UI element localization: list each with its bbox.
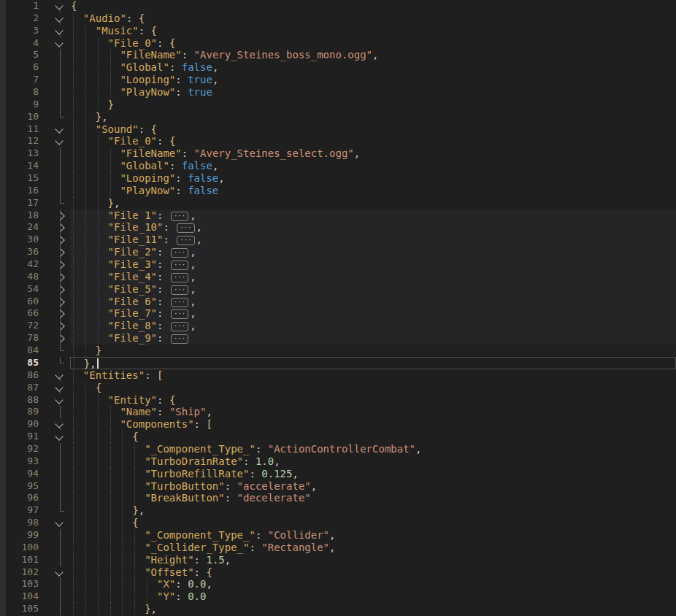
code-line[interactable]: 42"File_3": ···, bbox=[0, 258, 676, 271]
line-number[interactable]: 1 bbox=[0, 0, 39, 12]
line-number[interactable]: 78 bbox=[0, 332, 39, 344]
line-number[interactable]: 30 bbox=[0, 234, 39, 246]
folded-region-badge[interactable]: ··· bbox=[171, 334, 188, 344]
line-content[interactable]: "_Component_Type_": "Collider", bbox=[70, 529, 676, 542]
line-content[interactable]: "File_3": ···, bbox=[70, 258, 676, 271]
line-number[interactable]: 17 bbox=[0, 197, 39, 209]
code-line[interactable]: 105}, bbox=[0, 603, 676, 615]
line-number[interactable]: 16 bbox=[0, 185, 39, 197]
line-number[interactable]: 96 bbox=[0, 492, 39, 504]
line-number[interactable]: 89 bbox=[0, 406, 39, 418]
line-content[interactable]: "Looping": false, bbox=[70, 172, 676, 185]
line-number[interactable]: 4 bbox=[0, 37, 39, 50]
folded-region-badge[interactable]: ··· bbox=[171, 298, 188, 307]
line-content[interactable]: "File_7": ···, bbox=[70, 307, 676, 320]
line-number[interactable]: 10 bbox=[0, 111, 39, 123]
line-number[interactable]: 90 bbox=[0, 418, 39, 431]
code-line[interactable]: 48"File_4": ···, bbox=[0, 271, 676, 283]
chevron-right-icon[interactable] bbox=[56, 298, 64, 306]
line-number[interactable]: 6 bbox=[0, 61, 39, 74]
folded-region-badge[interactable]: ··· bbox=[171, 309, 188, 319]
code-line[interactable]: 91{ bbox=[0, 431, 676, 443]
line-number[interactable]: 92 bbox=[0, 443, 39, 455]
code-line[interactable]: 104"Y": 0.0 bbox=[0, 590, 676, 603]
code-line[interactable]: 9} bbox=[0, 99, 676, 111]
line-content[interactable]: "File_6": ···, bbox=[70, 296, 676, 308]
line-number[interactable]: 13 bbox=[0, 147, 39, 160]
line-content[interactable]: }, bbox=[70, 197, 676, 209]
line-content[interactable]: } bbox=[70, 344, 676, 357]
chevron-down-icon[interactable] bbox=[55, 371, 63, 379]
line-number[interactable]: 14 bbox=[0, 160, 39, 172]
folded-region-badge[interactable]: ··· bbox=[171, 285, 188, 295]
chevron-down-icon[interactable] bbox=[55, 26, 63, 34]
code-line[interactable]: 54"File_5": ···, bbox=[0, 283, 676, 296]
line-number[interactable]: 97 bbox=[0, 504, 39, 517]
folded-region-badge[interactable]: ··· bbox=[171, 322, 188, 331]
line-content[interactable]: "Offset": { bbox=[70, 566, 676, 579]
chevron-down-icon[interactable] bbox=[55, 518, 63, 526]
code-line[interactable]: 30"File_11": ···, bbox=[0, 234, 676, 246]
code-line[interactable]: 10}, bbox=[0, 111, 676, 123]
line-number[interactable]: 85 bbox=[0, 357, 39, 369]
line-content[interactable]: "File_0": { bbox=[70, 135, 676, 147]
line-content[interactable]: "BreakButton": "decelerate" bbox=[70, 492, 676, 504]
code-line[interactable]: 18"File_1": ···, bbox=[0, 209, 676, 222]
code-line[interactable]: 72"File_8": ···, bbox=[0, 320, 676, 332]
line-number[interactable]: 87 bbox=[0, 382, 39, 394]
line-content[interactable]: "File_4": ···, bbox=[70, 271, 676, 283]
line-number[interactable]: 11 bbox=[0, 123, 39, 136]
line-content[interactable]: "Global": false, bbox=[70, 160, 676, 172]
code-line[interactable]: 89"Name": "Ship", bbox=[0, 406, 676, 418]
chevron-down-icon[interactable] bbox=[55, 137, 63, 145]
code-line[interactable]: 11"Sound": { bbox=[0, 123, 676, 136]
line-content[interactable]: "File_9": ··· bbox=[70, 332, 676, 344]
code-line[interactable]: 2"Audio": { bbox=[0, 12, 676, 25]
code-line[interactable]: 8"PlayNow": true bbox=[0, 86, 676, 99]
code-line[interactable]: 60"File_6": ···, bbox=[0, 296, 676, 308]
code-line[interactable]: 92"_Component_Type_": "ActionControllerC… bbox=[0, 443, 676, 455]
code-line[interactable]: 88"Entity": { bbox=[0, 394, 676, 407]
line-content[interactable]: "FileName": "Avery_Steines_boss_mono.ogg… bbox=[70, 49, 676, 61]
line-content[interactable]: "File_8": ···, bbox=[70, 320, 676, 332]
chevron-right-icon[interactable] bbox=[56, 335, 64, 343]
line-content[interactable]: "Name": "Ship", bbox=[70, 406, 676, 418]
line-number[interactable]: 12 bbox=[0, 135, 39, 147]
line-number[interactable]: 72 bbox=[0, 320, 39, 332]
code-line[interactable]: 17}, bbox=[0, 197, 676, 209]
line-content[interactable]: { bbox=[70, 0, 676, 12]
line-number[interactable]: 9 bbox=[0, 99, 39, 111]
folded-region-badge[interactable]: ··· bbox=[177, 223, 194, 233]
code-line[interactable]: 90"Components": [ bbox=[0, 418, 676, 431]
chevron-down-icon[interactable] bbox=[55, 1, 63, 9]
line-number[interactable]: 54 bbox=[0, 283, 39, 296]
line-number[interactable]: 95 bbox=[0, 480, 39, 493]
line-number[interactable]: 88 bbox=[0, 394, 39, 407]
line-content[interactable]: } bbox=[70, 99, 676, 111]
line-content[interactable]: "TurboRefillRate": 0.125, bbox=[70, 468, 676, 480]
line-content[interactable]: "Global": false, bbox=[70, 61, 676, 74]
chevron-right-icon[interactable] bbox=[56, 323, 64, 331]
code-line[interactable]: 98{ bbox=[0, 517, 676, 529]
chevron-down-icon[interactable] bbox=[55, 39, 63, 47]
chevron-down-icon[interactable] bbox=[55, 568, 63, 576]
line-number[interactable]: 48 bbox=[0, 271, 39, 283]
code-line[interactable]: 24"File_10": ···, bbox=[0, 221, 676, 234]
line-content[interactable]: "Sound": { bbox=[70, 123, 676, 136]
line-content[interactable]: "Entities": [ bbox=[70, 369, 676, 382]
line-content[interactable]: }, bbox=[70, 357, 676, 369]
folded-region-badge[interactable]: ··· bbox=[171, 248, 188, 258]
code-line[interactable]: 94"TurboRefillRate": 0.125, bbox=[0, 468, 676, 480]
code-line[interactable]: 86"Entities": [ bbox=[0, 369, 676, 382]
line-number[interactable]: 60 bbox=[0, 296, 39, 308]
code-line[interactable]: 85}, bbox=[0, 357, 676, 369]
chevron-down-icon[interactable] bbox=[55, 396, 63, 404]
line-content[interactable]: "Audio": { bbox=[70, 12, 676, 25]
code-line[interactable]: 3"Music": { bbox=[0, 25, 676, 37]
line-content[interactable]: "PlayNow": true bbox=[70, 86, 676, 99]
folded-region-badge[interactable]: ··· bbox=[171, 212, 188, 221]
line-content[interactable]: { bbox=[70, 382, 676, 394]
line-number[interactable]: 91 bbox=[0, 431, 39, 443]
chevron-right-icon[interactable] bbox=[56, 212, 64, 220]
line-content[interactable]: "File_1": ···, bbox=[70, 209, 676, 222]
